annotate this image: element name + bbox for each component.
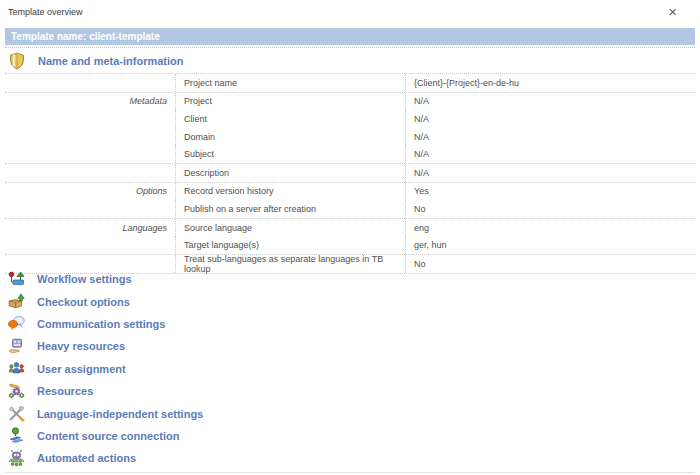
window-titlebar: Template overview × (0, 0, 700, 28)
communication-icon (8, 315, 25, 332)
section-heavy-resources[interactable]: Heavy resources (5, 335, 695, 357)
language-independent-icon (8, 405, 25, 422)
row-value: N/A (406, 128, 695, 146)
section-name-and-meta-information[interactable]: Name and meta-information (5, 49, 695, 72)
section-communication-settings[interactable]: Communication settings (5, 313, 695, 335)
automated-actions-icon (8, 450, 25, 467)
row-value: N/A (406, 93, 695, 111)
table-row: Options Record version history Yes (5, 183, 695, 201)
row-group-label (5, 164, 176, 182)
table-row: Domain N/A (5, 128, 695, 146)
user-assignment-icon (8, 360, 25, 377)
window-title: Template overview (8, 7, 83, 17)
divider (5, 47, 695, 48)
row-group-label (5, 74, 176, 92)
row-group-label: Languages (5, 219, 176, 237)
row-name: Publish on a server after creation (176, 200, 406, 218)
row-name: Subject (176, 145, 406, 163)
row-name: Domain (176, 128, 406, 146)
section-checkout-options[interactable]: Checkout options (5, 290, 695, 312)
section-content-source-connection[interactable]: Content source connection (5, 425, 695, 447)
row-value: ger, hun (406, 236, 695, 254)
section-label: Communication settings (37, 318, 165, 330)
collapsed-sections: Workflow settings Checkout options Commu… (5, 268, 695, 470)
table-row: Client N/A (5, 110, 695, 128)
shield-icon (8, 52, 26, 70)
row-name: Client (176, 110, 406, 128)
heavy-resources-icon (8, 338, 25, 355)
section-label: Resources (37, 385, 93, 397)
row-value: N/A (406, 145, 695, 163)
row-group-label (5, 110, 176, 128)
resources-icon (8, 383, 25, 400)
content-source-icon (8, 427, 25, 444)
row-value: eng (406, 219, 695, 237)
row-group-label: Options (5, 183, 176, 201)
table-row: Languages Source language eng (5, 219, 695, 237)
checkout-icon (8, 293, 25, 310)
table-row: Target language(s) ger, hun (5, 236, 695, 255)
close-icon[interactable]: × (668, 4, 677, 19)
section-label: Automated actions (37, 452, 136, 464)
section-workflow-settings[interactable]: Workflow settings (5, 268, 695, 290)
row-name: Project (176, 93, 406, 111)
row-name: Description (176, 164, 406, 182)
row-name: Project name (176, 74, 406, 92)
template-name-label: Template name: client-template (11, 31, 160, 42)
table-row: Publish on a server after creation No (5, 200, 695, 219)
row-group-label: Metadata (5, 93, 176, 111)
section-label: Workflow settings (37, 273, 132, 285)
section-resources[interactable]: Resources (5, 380, 695, 402)
row-group-label (5, 145, 176, 163)
section-label: Heavy resources (37, 340, 125, 352)
row-name: Record version history (176, 183, 406, 201)
section-label: Name and meta-information (38, 55, 183, 67)
bottom-border (5, 472, 695, 473)
section-label: Language-independent settings (37, 408, 203, 420)
row-group-label (5, 200, 176, 218)
section-user-assignment[interactable]: User assignment (5, 358, 695, 380)
row-group-label (5, 128, 176, 146)
workflow-icon (8, 271, 25, 288)
section-language-independent-settings[interactable]: Language-independent settings (5, 402, 695, 424)
row-group-label (5, 236, 176, 254)
section-label: User assignment (37, 363, 126, 375)
row-value: N/A (406, 110, 695, 128)
template-name-bar: Template name: client-template (5, 28, 695, 45)
section-label: Content source connection (37, 430, 179, 442)
meta-table: Project name {Client}-{Project}-en-de-hu… (5, 73, 695, 274)
row-value: N/A (406, 164, 695, 182)
row-name: Target language(s) (176, 236, 406, 254)
row-value: {Client}-{Project}-en-de-hu (406, 74, 695, 92)
table-row: Subject N/A (5, 145, 695, 164)
row-value: No (406, 200, 695, 218)
section-automated-actions[interactable]: Automated actions (5, 447, 695, 469)
row-value: Yes (406, 183, 695, 201)
table-row: Metadata Project N/A (5, 93, 695, 111)
table-row: Description N/A (5, 164, 695, 183)
section-label: Checkout options (37, 296, 130, 308)
row-name: Source language (176, 219, 406, 237)
table-row: Project name {Client}-{Project}-en-de-hu (5, 74, 695, 93)
